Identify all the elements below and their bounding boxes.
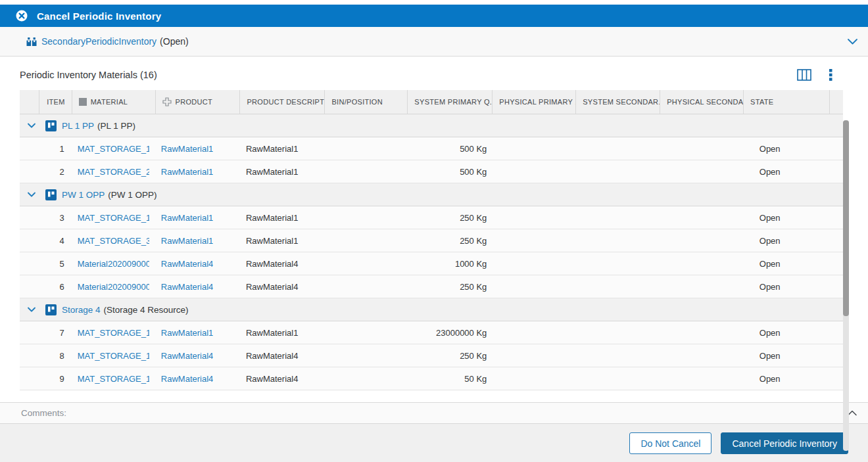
cell-product-description: RawMaterial4 bbox=[241, 374, 326, 384]
table-row[interactable]: 7 MAT_STORAGE_100 RawMaterial1 RawMateri… bbox=[20, 321, 843, 344]
table-row[interactable]: 4 MAT_STORAGE_3 RawMaterial1 RawMaterial… bbox=[20, 229, 843, 252]
table-row[interactable]: 3 MAT_STORAGE_10 RawMaterial1 RawMateria… bbox=[20, 206, 843, 229]
product-link[interactable]: RawMaterial4 bbox=[161, 374, 213, 384]
material-link[interactable]: Material2020090001 bbox=[78, 259, 149, 269]
product-link[interactable]: RawMaterial1 bbox=[161, 328, 213, 338]
cell-product: RawMaterial1 bbox=[156, 328, 241, 338]
resource-icon bbox=[45, 189, 57, 200]
cell-item: 3 bbox=[39, 213, 72, 223]
header-state[interactable]: STATE bbox=[744, 90, 830, 114]
header-item[interactable]: ITEM bbox=[39, 90, 72, 114]
product-icon bbox=[162, 97, 172, 106]
table-row[interactable]: 8 MAT_STORAGE_138 RawMaterial4 RawMateri… bbox=[20, 344, 843, 367]
material-link[interactable]: MAT_STORAGE_10 bbox=[78, 213, 149, 223]
cell-product: RawMaterial1 bbox=[156, 167, 241, 177]
group-row: Storage 4 (Storage 4 Resource) bbox=[20, 298, 843, 321]
material-link[interactable]: MAT_STORAGE_2 bbox=[78, 167, 149, 177]
vertical-scrollbar-track[interactable] bbox=[843, 120, 849, 451]
header-physical-primary-qty[interactable]: PHYSICAL PRIMARY ... bbox=[493, 90, 576, 114]
material-square-icon bbox=[79, 98, 87, 106]
product-link[interactable]: RawMaterial4 bbox=[161, 351, 213, 361]
cell-product: RawMaterial1 bbox=[156, 144, 241, 154]
cell-product: RawMaterial4 bbox=[156, 282, 241, 292]
dialog-title: Cancel Periodic Inventory bbox=[37, 11, 161, 22]
group-sublabel: (Storage 4 Resource) bbox=[104, 305, 189, 315]
table-row[interactable]: 5 Material2020090001 RawMaterial4 RawMat… bbox=[20, 252, 843, 275]
close-icon[interactable] bbox=[16, 10, 28, 22]
product-link[interactable]: RawMaterial1 bbox=[161, 236, 213, 246]
header-product-description[interactable]: PRODUCT DESCRIPTI... bbox=[240, 90, 325, 114]
material-link[interactable]: MAT_STORAGE_139 bbox=[78, 374, 149, 384]
vertical-scrollbar-thumb[interactable] bbox=[843, 120, 849, 316]
product-link[interactable]: RawMaterial4 bbox=[161, 259, 213, 269]
table-row[interactable]: 1 MAT_STORAGE_1 RawMaterial1 RawMaterial… bbox=[20, 137, 843, 160]
inventory-group-icon bbox=[26, 37, 37, 47]
cell-product-description: RawMaterial1 bbox=[241, 328, 326, 338]
cell-product: RawMaterial4 bbox=[156, 351, 241, 361]
cell-system-primary-qty: 250 Kg bbox=[408, 213, 493, 223]
material-link[interactable]: MAT_STORAGE_100 bbox=[78, 328, 149, 338]
dialog-titlebar: Cancel Periodic Inventory bbox=[0, 5, 868, 27]
do-not-cancel-button[interactable]: Do Not Cancel bbox=[629, 432, 711, 454]
chevron-down-icon[interactable] bbox=[25, 120, 38, 131]
header-system-secondary-qty[interactable]: SYSTEM SECONDAR... bbox=[576, 90, 660, 114]
material-link[interactable]: MAT_STORAGE_3 bbox=[78, 236, 149, 246]
header-system-primary-qty[interactable]: SYSTEM PRIMARY Q... bbox=[408, 90, 493, 114]
table-title-row: Periodic Inventory Materials (16) bbox=[0, 57, 868, 90]
header-physical-secondary-qty[interactable]: PHYSICAL SECONDA... bbox=[660, 90, 744, 114]
material-link[interactable]: MAT_STORAGE_138 bbox=[78, 351, 149, 361]
cell-system-primary-qty: 250 Kg bbox=[408, 282, 493, 292]
cell-item: 8 bbox=[39, 351, 72, 361]
table-row[interactable]: 6 Material2020090001 RawMaterial4 RawMat… bbox=[20, 275, 843, 298]
cell-material: MAT_STORAGE_10 bbox=[72, 213, 156, 223]
collapse-chevron-down-icon[interactable] bbox=[846, 37, 859, 46]
group-label-link[interactable]: PW 1 OPP bbox=[62, 190, 105, 200]
cell-material: MAT_STORAGE_2 bbox=[72, 167, 156, 177]
header-filler bbox=[830, 90, 843, 114]
cell-product-description: RawMaterial4 bbox=[241, 282, 326, 292]
cancel-periodic-inventory-button[interactable]: Cancel Periodic Inventory bbox=[721, 432, 848, 454]
cell-system-primary-qty: 50 Kg bbox=[408, 374, 493, 384]
cell-product-description: RawMaterial1 bbox=[241, 144, 326, 154]
header-product[interactable]: PRODUCT bbox=[156, 90, 241, 114]
table-row[interactable]: 2 MAT_STORAGE_2 RawMaterial1 RawMaterial… bbox=[20, 160, 843, 183]
material-link[interactable]: Material2020090001 bbox=[78, 282, 149, 292]
comments-label: Comments: bbox=[21, 408, 66, 418]
table-body: PL 1 PP (PL 1 PP) 1 MAT_STORAGE_1 RawMat… bbox=[20, 114, 843, 390]
cell-state: Open bbox=[745, 167, 831, 177]
cell-product-description: RawMaterial1 bbox=[241, 236, 326, 246]
material-link[interactable]: MAT_STORAGE_1 bbox=[78, 144, 149, 154]
cell-system-primary-qty: 500 Kg bbox=[408, 167, 493, 177]
cell-state: Open bbox=[745, 144, 831, 154]
product-link[interactable]: RawMaterial1 bbox=[161, 213, 213, 223]
cell-material: MAT_STORAGE_3 bbox=[72, 236, 156, 246]
product-link[interactable]: RawMaterial4 bbox=[161, 282, 213, 292]
inventory-name-link[interactable]: SecondaryPeriodicInventory bbox=[41, 36, 157, 47]
product-link[interactable]: RawMaterial1 bbox=[161, 144, 213, 154]
cell-product-description: RawMaterial4 bbox=[241, 259, 326, 269]
comments-section: Comments: bbox=[0, 402, 868, 424]
group-label-link[interactable]: PL 1 PP bbox=[62, 121, 94, 131]
cell-state: Open bbox=[745, 259, 831, 269]
cell-system-primary-qty: 250 Kg bbox=[408, 236, 493, 246]
dialog-footer: Do Not Cancel Cancel Periodic Inventory bbox=[0, 424, 868, 462]
cell-product-description: RawMaterial4 bbox=[241, 351, 326, 361]
group-row: PW 1 OPP (PW 1 OPP) bbox=[20, 183, 843, 206]
cell-system-primary-qty: 250 Kg bbox=[408, 351, 493, 361]
column-chooser-icon[interactable] bbox=[797, 69, 811, 81]
cell-material: Material2020090001 bbox=[72, 259, 156, 269]
cell-state: Open bbox=[745, 328, 831, 338]
group-label-link[interactable]: Storage 4 bbox=[62, 305, 101, 315]
table-row[interactable]: 9 MAT_STORAGE_139 RawMaterial4 RawMateri… bbox=[20, 367, 843, 390]
chevron-down-icon[interactable] bbox=[25, 304, 38, 315]
kebab-menu-icon[interactable] bbox=[829, 68, 832, 81]
header-material[interactable]: MATERIAL bbox=[72, 90, 156, 114]
header-bin-position[interactable]: BIN/POSITION bbox=[325, 90, 408, 114]
dialog-body: Periodic Inventory Materials (16) ITEM M… bbox=[0, 57, 868, 402]
header-expander bbox=[20, 90, 39, 114]
cell-item: 2 bbox=[39, 167, 72, 177]
inventory-status: (Open) bbox=[160, 36, 189, 47]
product-link[interactable]: RawMaterial1 bbox=[161, 167, 213, 177]
chevron-down-icon[interactable] bbox=[25, 189, 38, 200]
inventory-header-row: SecondaryPeriodicInventory (Open) bbox=[0, 27, 868, 57]
